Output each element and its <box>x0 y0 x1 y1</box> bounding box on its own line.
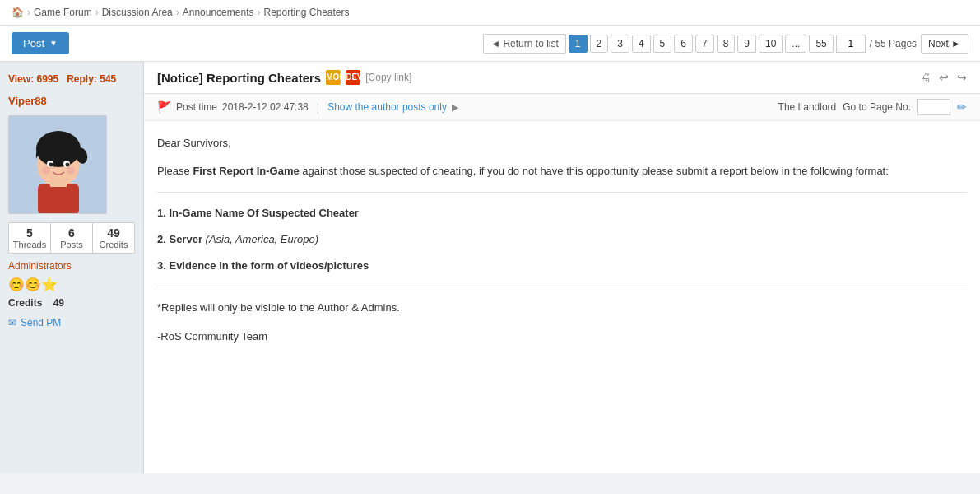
goto-page-input[interactable] <box>917 99 950 115</box>
goto-page-icon[interactable]: ✏ <box>957 100 967 114</box>
page-3-button[interactable]: 3 <box>611 35 629 53</box>
posts-stat: 6 Posts <box>51 223 93 253</box>
svg-point-9 <box>66 163 70 167</box>
asterisk-note: *Replies will only be visible to the Aut… <box>157 299 967 317</box>
threads-count: 5 <box>11 226 49 240</box>
intro-text: Please <box>157 165 190 177</box>
view-count: 6995 <box>36 73 58 85</box>
svg-rect-1 <box>38 184 79 214</box>
item2-sub: (Asia, America, Europe) <box>206 233 319 245</box>
main-layout: View: 6995 Reply: 545 Viper88 <box>0 62 980 473</box>
greeting: Dear Survivors, <box>157 134 967 152</box>
badge-icons: 😊😊⭐ <box>8 277 135 292</box>
credits-stat: 49 Credits <box>93 223 134 253</box>
svg-point-8 <box>49 163 53 167</box>
item1-num: 1. <box>157 207 166 219</box>
format-list: 1. In-Game Name Of Suspected Cheater 2. … <box>157 204 967 275</box>
show-author-link[interactable]: Show the author posts only <box>327 101 447 113</box>
pagination: ◄ Return to list 1 2 3 4 5 6 7 8 9 10 ..… <box>483 34 968 54</box>
item1-label: In-Game Name Of Suspected Cheater <box>169 207 358 219</box>
credits-text-label: Credits <box>8 297 42 309</box>
threads-label: Threads <box>11 240 49 249</box>
print-icon[interactable]: 🖨 <box>919 71 931 84</box>
post-title: [Notice] Reporting Cheaters <box>157 71 321 85</box>
post-time-value: 2018-2-12 02:47:38 <box>222 101 309 113</box>
list-item-1: 1. In-Game Name Of Suspected Cheater <box>157 204 967 222</box>
post-time-label: Post time <box>176 101 217 113</box>
breadcrumb-discussionarea[interactable]: Discussion Area <box>102 7 173 18</box>
goto-page-label: Go to Page No. <box>843 101 911 113</box>
page-input[interactable] <box>836 35 866 53</box>
return-to-list-button[interactable]: ◄ Return to list <box>483 34 566 54</box>
credits-label: Credits <box>95 240 132 249</box>
breadcrumb-sep: › <box>27 7 30 18</box>
post-content: Dear Survivors, Please First Report In-G… <box>144 121 980 372</box>
divider2 <box>157 287 967 287</box>
breadcrumb-sep2: › <box>95 7 99 18</box>
page-2-button[interactable]: 2 <box>590 35 609 53</box>
breadcrumb-gameforum[interactable]: Game Forum <box>34 7 92 18</box>
topbar: Post ▼ ◄ Return to list 1 2 3 4 5 6 7 8 … <box>0 26 980 62</box>
post-title-left: [Notice] Reporting Cheaters MOD DEV [Cop… <box>157 70 411 85</box>
list-item-2: 2. Server (Asia, America, Europe) <box>157 231 967 249</box>
view-label: View: <box>8 73 36 85</box>
post-title-bar: [Notice] Reporting Cheaters MOD DEV [Cop… <box>144 62 980 94</box>
page-55-button[interactable]: 55 <box>809 35 833 53</box>
total-pages-label: / 55 Pages <box>870 38 917 49</box>
page-ellipsis: ... <box>785 35 806 53</box>
item3-label: Evidence in the form of videos/pictures <box>169 259 369 272</box>
credits-row: Credits 49 <box>8 297 135 309</box>
breadcrumb-sep3: › <box>176 7 179 18</box>
reply-label: Reply: <box>67 73 100 85</box>
author-arrow-icon: ▶ <box>452 102 458 113</box>
threads-stat: 5 Threads <box>9 223 51 253</box>
share-forward-icon[interactable]: ↪ <box>957 71 967 84</box>
post-meta-right: The Landlord Go to Page No. ✏ <box>778 99 967 115</box>
list-item-3: 3. Evidence in the form of videos/pictur… <box>157 257 967 275</box>
page-5-button[interactable]: 5 <box>653 35 672 53</box>
intro-paragraph: Please First Report In-Game against thos… <box>157 162 967 180</box>
page-9-button[interactable]: 9 <box>737 35 756 53</box>
divider1 <box>157 192 967 193</box>
breadcrumb-current: Reporting Cheaters <box>263 7 349 18</box>
send-pm-label: Send PM <box>21 317 61 329</box>
svg-point-11 <box>67 166 75 175</box>
page-10-button[interactable]: 10 <box>759 35 783 53</box>
sidebar: View: 6995 Reply: 545 Viper88 <box>0 62 144 473</box>
intro-rest: against those suspected of cheating, if … <box>302 165 889 177</box>
item3-num: 3. <box>157 259 166 272</box>
posts-count: 6 <box>53 226 91 240</box>
post-button-label: Post <box>23 37 44 49</box>
stats-row: 5 Threads 6 Posts 49 Credits <box>8 222 135 254</box>
post-meta-left: 🚩 Post time 2018-2-12 02:47:38 | Show th… <box>157 100 458 114</box>
bold-text: First Report In-Game <box>193 165 299 177</box>
post-actions: 🖨 ↩ ↪ <box>919 71 967 84</box>
page-7-button[interactable]: 7 <box>695 35 714 53</box>
home-icon[interactable]: 🏠 <box>12 7 24 18</box>
item2-label: Server <box>169 233 202 245</box>
role-label: Administrators <box>8 260 135 272</box>
copy-link[interactable]: [Copy link] <box>365 72 411 83</box>
share-back-icon[interactable]: ↩ <box>939 71 949 84</box>
page-8-button[interactable]: 8 <box>717 35 736 53</box>
page-4-button[interactable]: 4 <box>632 35 651 53</box>
breadcrumb-announcements[interactable]: Announcements <box>183 7 254 18</box>
reply-count: 545 <box>100 73 116 85</box>
svg-point-10 <box>42 166 50 175</box>
breadcrumb-sep4: › <box>257 7 260 18</box>
page-1-button[interactable]: 1 <box>569 35 588 53</box>
page-6-button[interactable]: 6 <box>674 35 693 53</box>
sign-off: -RoS Community Team <box>157 328 967 346</box>
breadcrumb: 🏠 › Game Forum › Discussion Area › Annou… <box>0 0 980 26</box>
username[interactable]: Viper88 <box>8 95 135 107</box>
post-meta-bar: 🚩 Post time 2018-2-12 02:47:38 | Show th… <box>144 94 980 121</box>
landlord-label: The Landlord <box>778 101 837 113</box>
send-pm-link[interactable]: ✉ Send PM <box>8 317 135 329</box>
envelope-icon: ✉ <box>8 317 16 329</box>
credits-count: 49 <box>95 226 132 240</box>
post-button[interactable]: Post ▼ <box>12 32 69 54</box>
avatar <box>8 115 107 214</box>
item2-num: 2. <box>157 233 166 245</box>
next-button[interactable]: Next ► <box>921 34 968 54</box>
meta-separator: | <box>317 101 319 114</box>
